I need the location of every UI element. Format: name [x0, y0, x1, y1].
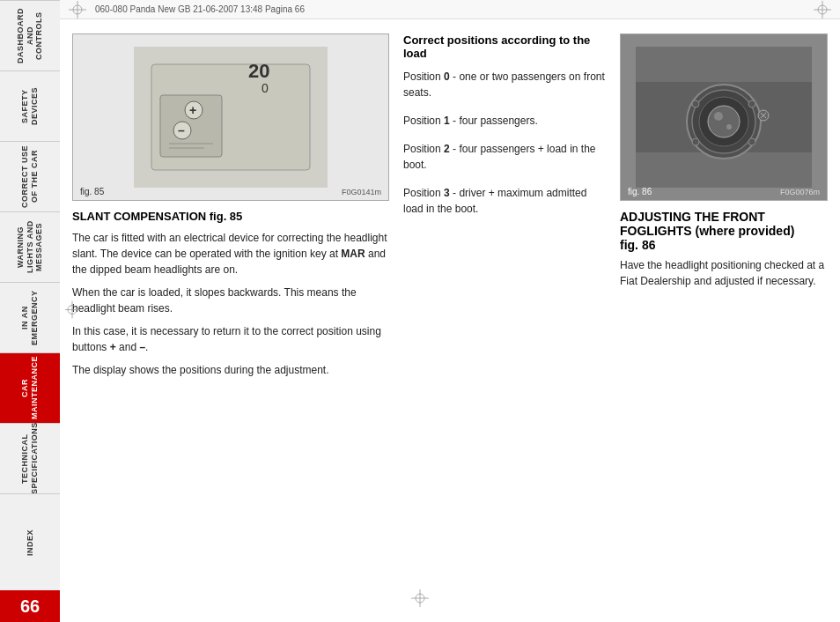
middle-column: Correct positions according to the load …: [403, 33, 606, 608]
figure-86-svg: [636, 47, 812, 188]
foglights-body: Have the headlight positioning checked a…: [620, 257, 828, 289]
figure-85-illustration: 20 0 + –: [73, 34, 388, 200]
left-text-section: SLANT COMPENSATION fig. 85 The car is fi…: [72, 210, 389, 608]
figure-86-box: fig. 86 F0G0076m: [620, 33, 828, 201]
svg-point-23: [714, 112, 723, 121]
fig-86-caption: fig. 86: [628, 187, 652, 196]
fig-85-caption: fig. 85: [80, 187, 104, 196]
slant-para-2: When the car is loaded, it slopes backwa…: [72, 285, 389, 316]
svg-point-27: [692, 138, 699, 145]
figure-86-illustration: [621, 34, 827, 200]
sidebar-tab-emergency[interactable]: IN AN EMERGENCY: [0, 282, 60, 352]
position-0: Position 0 - one or two passengers on fr…: [403, 69, 606, 100]
sidebar-tab-technical[interactable]: TECHNICAL SPECIFICATIONS: [0, 423, 60, 493]
right-text-section: ADJUSTING THE FRONTFOGLIGHTS (where prov…: [620, 210, 828, 296]
registration-mark-left-edge: [65, 301, 79, 322]
slant-para-4: The display shows the positions during t…: [72, 362, 389, 378]
page-number: 66: [0, 590, 60, 622]
registration-mark-right: [814, 1, 831, 19]
fig-86-code: F0G0076m: [780, 188, 820, 196]
main-content: 060-080 Panda New GB 21-06-2007 13:48 Pa…: [60, 0, 840, 622]
svg-point-25: [692, 100, 699, 107]
foglights-title: ADJUSTING THE FRONTFOGLIGHTS (where prov…: [620, 210, 828, 252]
sidebar-tab-maintenance[interactable]: CAR MAINTENANCE: [0, 352, 60, 423]
svg-text:+: +: [189, 103, 196, 117]
position-3: Position 3 - driver + maximum admitted l…: [403, 185, 606, 217]
fig-85-code: F0G0141m: [342, 188, 381, 196]
slant-compensation-title: SLANT COMPENSATION fig. 85: [72, 210, 389, 223]
slant-para-1: The car is fitted with an electrical dev…: [72, 230, 389, 278]
sidebar-tab-dashboard[interactable]: DASHBOARD AND CONTROLS: [0, 0, 60, 70]
sidebar-tab-index[interactable]: INDEX: [0, 493, 60, 590]
right-column: fig. 86 F0G0076m ADJUSTING THE FRONTFOGL…: [620, 33, 828, 608]
registration-mark-bottom: [411, 589, 429, 610]
svg-text:0: 0: [262, 81, 269, 95]
sidebar-tab-warning[interactable]: WARNING LIGHTS AND MESSAGES: [0, 211, 60, 282]
position-1: Position 1 - four passengers.: [403, 113, 606, 129]
sidebar-tab-correct-use[interactable]: CORRECT USE OF THE CAR: [0, 141, 60, 211]
top-bar: 060-080 Panda New GB 21-06-2007 13:48 Pa…: [60, 0, 840, 19]
svg-point-22: [708, 106, 740, 137]
position-2: Position 2 - four passengers + load in t…: [403, 141, 606, 173]
sidebar: DASHBOARD AND CONTROLS SAFETY DEVICES CO…: [0, 0, 60, 622]
content-area: 20 0 + – fig. 85: [60, 19, 840, 622]
document-info: 060-080 Panda New GB 21-06-2007 13:48 Pa…: [95, 4, 305, 14]
registration-mark-left: [69, 1, 86, 19]
correct-positions-title: Correct positions according to the load: [403, 33, 606, 60]
figure-85-svg: 20 0 + –: [134, 47, 328, 188]
svg-text:20: 20: [248, 60, 269, 82]
sidebar-tab-safety[interactable]: SAFETY DEVICES: [0, 70, 60, 141]
left-column: 20 0 + – fig. 85: [72, 33, 389, 608]
svg-text:–: –: [178, 123, 185, 137]
svg-point-26: [748, 100, 755, 107]
slant-para-3: In this case, it is necessary to return …: [72, 323, 389, 355]
figure-85-box: 20 0 + – fig. 85: [72, 33, 389, 201]
svg-point-24: [726, 124, 732, 130]
svg-point-28: [748, 138, 755, 145]
